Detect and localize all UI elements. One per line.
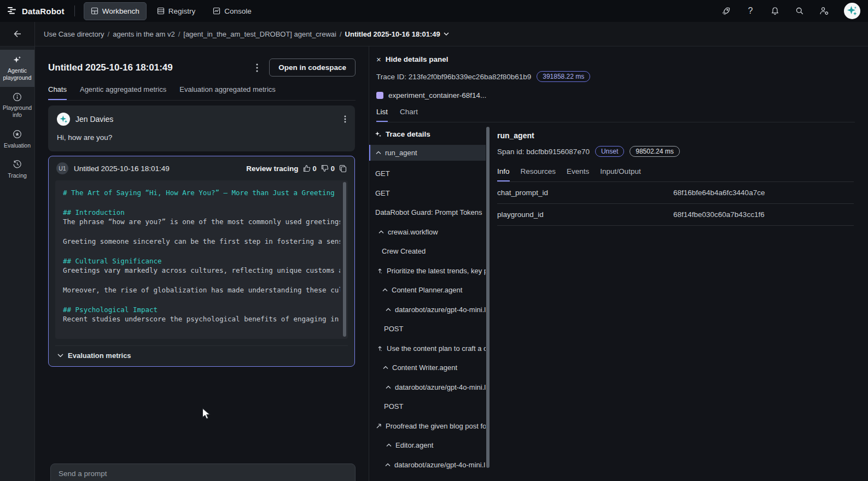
tree-item-post[interactable]: POST [369,397,486,417]
thumbs-up-icon [303,165,311,172]
sidebar-item-label: Agentic playground [1,67,33,81]
span-details: run_agent Span id: bdcfbb9156087e70 Unse… [491,122,868,481]
console-icon [213,7,220,15]
back-button[interactable] [0,22,34,46]
tree-item-guard-prompt-tokens[interactable]: DataRobot Guard: Prompt Tokens [369,203,486,222]
message-kebab-menu[interactable] [344,115,346,123]
copy-icon[interactable] [339,165,347,173]
tree-item-llm-gpt4o-mini[interactable]: datarobot/azure/gpt-4o-mini.l [369,300,486,320]
tree-item-content-planner-agent[interactable]: Content Planner.agent [369,280,486,300]
tree-item-label: Content Planner.agent [392,286,462,294]
datarobot-logo[interactable]: DataRobot [7,7,65,16]
search-icon[interactable] [795,6,805,16]
hide-details-button[interactable]: × Hide details panel [376,55,855,64]
trace-id-label: Trace ID: 213fe2f0bf96b339ec26ba82f80b61… [376,73,531,81]
thumbs-up-button[interactable]: 0 [303,165,317,173]
nav-tab-registry[interactable]: Registry [150,2,203,20]
tab-chats[interactable]: Chats [48,85,67,100]
tree-item-label: Crew Created [382,247,426,255]
code-line: The phrase “how are you?” is one of the … [63,217,340,227]
sidebar-item-tracing[interactable]: Tracing [0,155,34,185]
tree-item-crewai-workflow[interactable]: crewai.workflow [369,222,486,242]
help-icon[interactable]: ? [745,6,755,16]
span-duration-badge: 98502.24 ms [630,146,679,157]
code-line [63,198,340,208]
sidebar-item-agentic-playground[interactable]: Agentic playground [0,50,34,87]
tree-item-run-agent[interactable]: run_agent [369,145,486,161]
evaluation-metrics-toggle[interactable]: Evaluation metrics [55,345,348,366]
nav-tab-label: Workbench [102,7,139,15]
open-in-codespace-button[interactable]: Open in codespace [269,58,356,77]
nav-tab-workbench[interactable]: Workbench [84,2,147,20]
details-panel: × Hide details panel Trace ID: 213fe2f0b… [369,46,868,481]
user-avatar[interactable] [844,3,860,19]
tab-list[interactable]: List [376,108,388,122]
tree-item-content-writer-agent[interactable]: Content Writer.agent [369,358,486,378]
nav-tab-console[interactable]: Console [206,2,259,20]
chevron-down-icon [57,354,63,357]
span-name: run_agent [497,131,854,140]
container-label[interactable]: experiment_container-68f14... [388,91,486,99]
tab-chart[interactable]: Chart [400,108,418,122]
tree-item-editor-agent[interactable]: Editor.agent [369,436,486,455]
chevron-up-icon [386,443,392,447]
tab-resources[interactable]: Resources [521,167,556,181]
tree-item-post[interactable]: POST [369,319,486,339]
sidebar-item-playground-info[interactable]: Playground info [0,87,34,124]
tree-item-get[interactable]: GET [369,184,486,203]
breadcrumb-link[interactable]: agents in the am v2 [113,30,174,38]
tree-item-label: Prioritize the latest trends, key p [387,267,486,275]
prompt-input[interactable] [59,470,347,478]
tab-info[interactable]: Info [497,167,510,181]
app-window: DataRobot Workbench Registry Console ? [0,0,868,481]
review-tracing-link[interactable]: Review tracing [246,165,298,173]
tree-item-label: datarobot/azure/gpt-4o-mini.l [395,306,486,314]
tab-input-output[interactable]: Input/Output [600,167,640,181]
table-row: playground_id 68f14fbe030c60a7b43cc1f6 [497,204,854,226]
code-scrollbar[interactable] [343,182,346,337]
code-line [63,247,340,256]
workbench-icon [91,7,98,15]
tree-item-llm-gpt4o-mini[interactable]: datarobot/azure/gpt-4o-mini.l [369,455,486,475]
tree-item-task-prioritize[interactable]: Prioritize the latest trends, key p [369,261,486,281]
tree-item-task-proofread[interactable]: Proofread the given blog post for [369,417,486,436]
tree-item-label: run_agent [385,149,417,157]
thumbs-down-button[interactable]: 0 [321,165,335,173]
bell-icon[interactable] [770,6,780,16]
nav-divider [74,5,75,16]
tree-item-get[interactable]: GET [369,164,486,184]
breadcrumb-link[interactable]: Use Case directory [44,30,104,38]
evaluation-metrics-label: Evaluation metrics [68,351,131,360]
tab-agentic-aggregated-metrics[interactable]: Agentic aggregated metrics [80,85,166,100]
page-kebab-menu[interactable] [256,63,258,72]
rocket-icon[interactable] [721,6,731,16]
datarobot-logo-icon [7,7,18,15]
page-title: Untitled 2025-10-16 18:01:49 [48,62,173,73]
close-icon: × [376,55,381,64]
tab-events[interactable]: Events [567,167,589,181]
tree-item-task-use-content-plan[interactable]: Use the content plan to craft a c [369,339,486,359]
task-arrow-icon [377,345,383,351]
code-line [63,275,340,285]
user-message-card: Jen Davies Hi, how are you? [48,105,355,151]
tree-item-llm-gpt4o-mini[interactable]: datarobot/azure/gpt-4o-mini.l [369,378,486,397]
code-line: Recent studies underscore the psychologi… [63,314,340,324]
breadcrumb-link[interactable]: [agent_in_the_am_test_DROBOT] agent_crew… [183,30,336,38]
breadcrumb-current[interactable]: Untitled 2025-10-16 18:01:49 [345,30,449,38]
breadcrumb-separator: / [178,30,180,38]
tree-item-crew-created[interactable]: Crew Created [369,242,486,261]
container-color-swatch [376,92,383,99]
tree-scrollbar[interactable] [486,122,491,481]
main-tabs: Chats Agentic aggregated metrics Evaluat… [48,85,356,101]
sidebar-item-evaluation[interactable]: Evaluation [0,125,34,155]
tree-scrollbar-thumb[interactable] [486,127,490,468]
code-line: ## Psychological Impact [63,305,340,315]
tab-evaluation-aggregated-metrics[interactable]: Evaluation aggregated metrics [179,85,276,100]
response-markdown-block[interactable]: # The Art of Saying “Hi, How Are You?” –… [55,180,348,339]
back-arrow-icon [13,30,22,38]
playground-main: Untitled 2025-10-16 18:01:49 Open in cod… [35,46,369,481]
user-gear-icon[interactable] [819,6,829,16]
code-line: Moreover, the rise of globalization has … [63,285,340,295]
details-tabs: List Chart [376,108,855,122]
tree-item-label: DataRobot Guard: Prompt Tokens [375,208,482,216]
